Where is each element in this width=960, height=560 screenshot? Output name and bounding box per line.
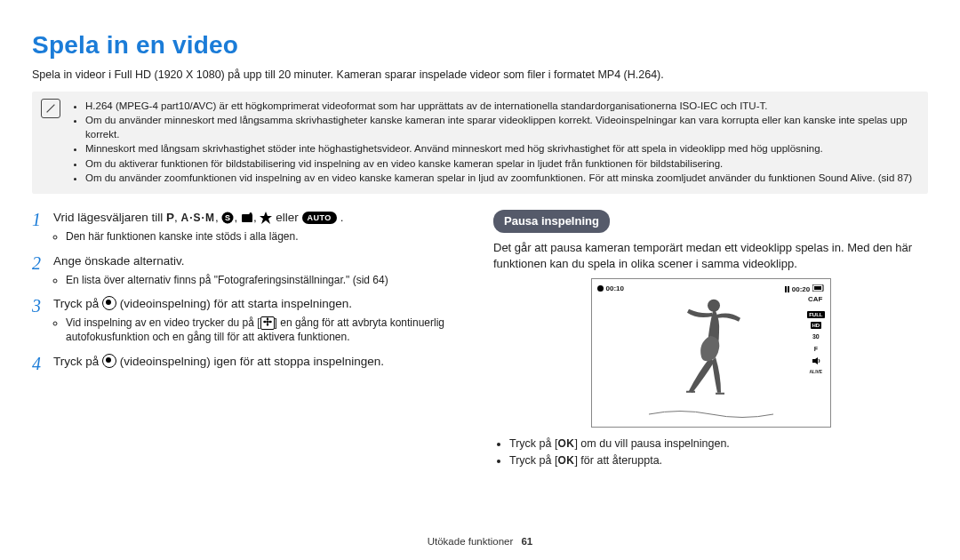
record-button-icon — [102, 354, 116, 368]
note-icon — [41, 99, 60, 118]
right-column: Pausa inspelning Det går att pausa kamer… — [493, 210, 928, 470]
svg-point-4 — [249, 212, 252, 215]
page-number: 61 — [521, 536, 532, 547]
ok-key-icon: OK — [557, 437, 574, 450]
step2-sub: En lista över alternativ finns på "Fotog… — [53, 273, 467, 287]
pause-recording-heading: Pausa inspelning — [493, 210, 610, 234]
step-3: Tryck på (videoinspelning) för att start… — [32, 296, 467, 345]
footer-section: Utökade funktioner — [428, 536, 514, 547]
step3-sub: Vid inspelning av en video trycker du på… — [53, 316, 467, 344]
step4-text-a: Tryck på — [53, 355, 102, 368]
mode-auto-icon: AUTO — [302, 212, 337, 224]
page-footer: Utökade funktioner 61 — [0, 535, 960, 549]
screen-side-icons: FULL HD 30 F ALIVE — [807, 311, 824, 375]
b2a: Tryck på [ — [509, 454, 557, 467]
pause-body: Det går att pausa kameran temporärt meda… — [493, 240, 928, 271]
step-1: Vrid lägesväljaren till P, A·S·M, S , , … — [32, 210, 467, 244]
mode-p-icon: P — [166, 210, 174, 226]
mode-asm-icon: A·S·M — [181, 212, 215, 224]
step1-text-a: Vrid lägesväljaren till — [53, 211, 166, 224]
step-4: Tryck på (videoinspelning) igen för att … — [32, 354, 467, 370]
ok-key-icon: OK — [557, 454, 574, 467]
manual-page: Spela in en video Spela in videor i Full… — [0, 0, 960, 560]
skater-illustration — [671, 293, 751, 413]
step3-sub-bullet: Vid inspelning av en video trycker du på… — [66, 316, 467, 344]
svg-text:S: S — [225, 213, 230, 222]
svg-point-9 — [268, 321, 272, 323]
content-columns: Vrid lägesväljaren till P, A·S·M, S , , … — [32, 210, 928, 470]
pause-b1: Tryck på [OK] om du vill pausa inspelnin… — [509, 436, 928, 452]
mode-scene-icon — [241, 212, 253, 224]
left-column: Vrid lägesväljaren till P, A·S·M, S , , … — [32, 210, 467, 470]
step3-text-a: Tryck på — [53, 297, 102, 310]
rec-indicator: 00:10 — [597, 284, 624, 294]
rec-dot-icon — [597, 285, 604, 292]
fps-label: 30 — [812, 332, 820, 340]
alive-label: ALIVE — [809, 369, 822, 375]
flower-macro-icon — [260, 316, 275, 330]
svg-point-5 — [266, 321, 268, 323]
step1-sub: Den här funktionen kanske inte stöds i a… — [53, 229, 467, 244]
step2-text: Ange önskade alternativ. — [53, 254, 185, 268]
caf-label: CAF — [808, 295, 822, 305]
ice-line — [644, 407, 778, 414]
svg-point-12 — [708, 300, 720, 312]
sound-icon — [811, 356, 821, 365]
step3-sub-a: Vid inspelning av en video trycker du på… — [66, 316, 260, 329]
f-label: F — [814, 345, 818, 353]
sd-card-icon — [812, 284, 825, 292]
step-list: Vrid lägesväljaren till P, A·S·M, S , , … — [32, 210, 467, 370]
svg-rect-13 — [686, 391, 695, 393]
note-bullet: Minneskort med långsam skrivhastighet st… — [85, 142, 919, 156]
mode-magic-icon — [260, 212, 272, 224]
b1a: Tryck på [ — [509, 437, 557, 450]
step1-sub-bullet: Den här funktionen kanske inte stöds i a… — [66, 229, 467, 244]
pause-bars-icon — [785, 286, 789, 292]
svg-rect-11 — [814, 286, 821, 290]
remain-time: 00:20 — [792, 285, 810, 293]
step4-text-b: (videoinspelning) igen för att stoppa in… — [120, 355, 384, 368]
step1-text-mid: eller — [276, 211, 301, 224]
hd-badge: HD — [811, 322, 822, 329]
svg-rect-3 — [242, 214, 252, 222]
note-bullet: Om du använder zoomfunktionen vid inspel… — [85, 172, 919, 186]
note-bullet-list: H.264 (MPEG-4 part10/AVC) är ett högkomp… — [73, 100, 919, 186]
rec-time: 00:10 — [606, 284, 624, 292]
mode-smart-icon: S — [221, 212, 234, 224]
step1-text-end: . — [340, 211, 344, 224]
page-title: Spela in en video — [32, 28, 928, 62]
remain-indicator: 00:20 — [785, 284, 825, 295]
pause-instructions: Tryck på [OK] om du vill pausa inspelnin… — [493, 436, 928, 468]
record-button-icon — [102, 296, 116, 310]
pause-b2: Tryck på [OK] för att återuppta. — [509, 453, 928, 468]
intro-paragraph: Spela in videor i Full HD (1920 X 1080) … — [32, 68, 928, 83]
step3-text-b: (videoinspelning) för att starta inspeln… — [120, 297, 352, 310]
svg-point-7 — [266, 323, 268, 326]
camera-screen: 00:10 00:20 CAF FULL HD 30 F ALIVE — [591, 278, 831, 428]
step2-sub-bullet: En lista över alternativ finns på "Fotog… — [66, 273, 467, 287]
svg-point-8 — [263, 321, 267, 323]
camera-screen-illustration: 00:10 00:20 CAF FULL HD 30 F ALIVE — [493, 278, 928, 428]
note-bullet: H.264 (MPEG-4 part10/AVC) är ett högkomp… — [85, 100, 919, 114]
svg-point-6 — [266, 317, 268, 321]
note-bullet: Om du använder minneskort med långsamma … — [85, 114, 919, 141]
svg-rect-14 — [716, 393, 724, 395]
full-badge: FULL — [807, 311, 824, 318]
b2b: ] för att återuppta. — [574, 454, 662, 467]
note-bullet: Om du aktiverar funktionen för bildstabi… — [85, 157, 919, 172]
b1b: ] om du vill pausa inspelningen. — [574, 437, 729, 450]
note-callout: H.264 (MPEG-4 part10/AVC) är ett högkomp… — [32, 92, 928, 194]
step-2: Ange önskade alternativ. En lista över a… — [32, 253, 467, 287]
